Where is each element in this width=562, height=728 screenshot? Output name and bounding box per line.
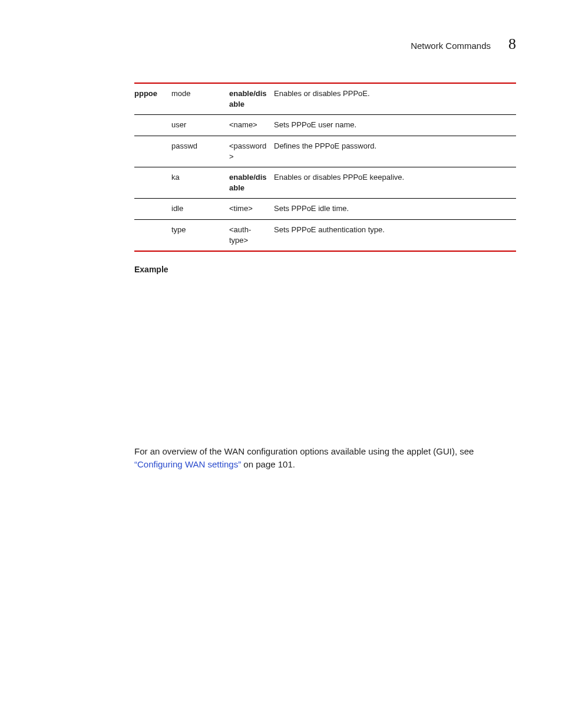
cmd-cell [134,199,171,219]
table-row: idle <time> Sets PPPoE idle time. [134,199,516,219]
overview-text-pre: For an overview of the WAN configuration… [134,446,474,456]
subcmd-cell: user [171,115,229,136]
content-area: pppoe mode enable/disable Enables or dis… [134,83,516,472]
cmd-cell [134,167,171,198]
arg-cell: <name> [229,115,274,136]
cmd-cell: pppoe [134,83,171,115]
desc-cell: Sets PPPoE user name. [274,115,516,136]
cmd-cell [134,219,171,251]
desc-cell: Sets PPPoE authentication type. [274,219,516,251]
table-row: pppoe mode enable/disable Enables or dis… [134,83,516,115]
subcmd-cell: mode [171,83,229,115]
table-row: user <name> Sets PPPoE user name. [134,115,516,136]
desc-cell: Sets PPPoE idle time. [274,199,516,219]
overview-text-post: on page 101. [241,459,295,469]
page: Network Commands 8 pppoe mode enable/dis… [0,0,562,495]
table-row: passwd <password> Defines the PPPoE pass… [134,136,516,167]
chapter-number: 8 [508,35,516,53]
subcmd-cell: type [171,219,229,251]
cross-reference-link[interactable]: “Configuring WAN settings” [134,459,241,469]
arg-cell: <auth-type> [229,219,274,251]
header-title: Network Commands [411,41,491,51]
example-heading: Example [134,265,516,274]
arg-cell: <time> [229,199,274,219]
arg-cell: enable/disable [229,167,274,198]
subcmd-cell: passwd [171,136,229,167]
desc-cell: Enables or disables PPPoE. [274,83,516,115]
arg-cell: <password> [229,136,274,167]
cmd-cell [134,136,171,167]
subcmd-cell: idle [171,199,229,219]
arg-cell: enable/disable [229,83,274,115]
desc-cell: Enables or disables PPPoE keepalive. [274,167,516,198]
page-header: Network Commands 8 [46,35,516,53]
table-row: ka enable/disable Enables or disables PP… [134,167,516,198]
command-table: pppoe mode enable/disable Enables or dis… [134,83,516,252]
cmd-cell [134,115,171,136]
table-row: type <auth-type> Sets PPPoE authenticati… [134,219,516,251]
overview-paragraph: For an overview of the WAN configuration… [134,445,516,472]
desc-cell: Defines the PPPoE password. [274,136,516,167]
subcmd-cell: ka [171,167,229,198]
